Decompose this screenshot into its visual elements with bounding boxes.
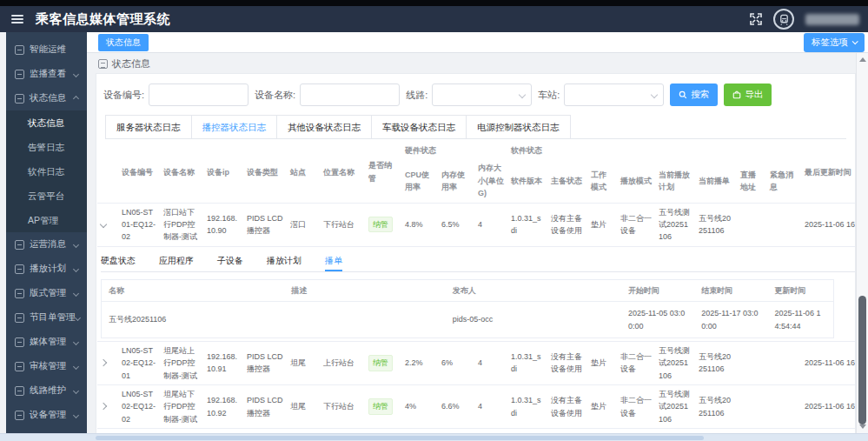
detail-tabs: 硬盘状态应用程序子设备播放计划播单 bbox=[101, 251, 856, 272]
plan-icon bbox=[15, 264, 24, 274]
tag-chip-status-info[interactable]: 状态信息 bbox=[98, 34, 149, 51]
detail-tab[interactable]: 子设备 bbox=[217, 251, 243, 271]
horizontal-scrollbar[interactable] bbox=[0, 433, 868, 441]
sidebar-item[interactable]: 线路维护 bbox=[6, 378, 87, 403]
sidebar-subitem[interactable]: 告警日志 bbox=[6, 135, 87, 159]
managed-badge: 纳管 bbox=[368, 398, 393, 414]
cell: 五号线测试20251106 bbox=[655, 203, 695, 246]
sidebar-subitem[interactable]: 软件日志 bbox=[6, 159, 87, 184]
vertical-scrollbar-thumb[interactable] bbox=[858, 296, 866, 424]
cell: 滘口站下行PDP控制器-测试 bbox=[160, 203, 203, 246]
search-button[interactable]: 搜索 bbox=[670, 84, 718, 106]
tag-bar: 状态信息 标签选项 bbox=[87, 32, 868, 53]
filter-field: 设备编号: bbox=[103, 84, 248, 106]
playlist-column-header: 名称 bbox=[102, 279, 285, 301]
avatar-train-icon[interactable] bbox=[773, 9, 794, 30]
filter-label: 设备名称: bbox=[255, 89, 295, 102]
sidebar-item[interactable]: 监播查看 bbox=[6, 62, 87, 86]
filter-select[interactable] bbox=[432, 84, 532, 106]
cell: 192.168.10.91 bbox=[203, 341, 243, 384]
cell: 没有主备设备使用 bbox=[547, 341, 587, 384]
tag-options-button[interactable]: 标签选项 bbox=[804, 33, 865, 52]
cell: 4 bbox=[474, 385, 507, 429]
cell: 纳管 bbox=[365, 203, 401, 246]
cell: PIDS LCD 播控器 bbox=[243, 341, 287, 384]
cell: 滘口 bbox=[287, 203, 320, 246]
expand-row-icon[interactable] bbox=[100, 403, 107, 410]
sidebar-item[interactable]: 媒体管理 bbox=[6, 330, 87, 354]
sidebar-subitem[interactable]: 云管平台 bbox=[6, 184, 87, 208]
chevron-down-icon bbox=[73, 363, 79, 369]
cell: LN05-ST02-EQ12-01 bbox=[118, 341, 160, 384]
filter-select[interactable] bbox=[564, 84, 664, 106]
filter-input[interactable] bbox=[149, 84, 248, 106]
managed-badge: 纳管 bbox=[368, 217, 393, 232]
cell: 五号线测试20251106 bbox=[655, 341, 695, 384]
sidebar-subitem[interactable]: AP管理 bbox=[6, 208, 87, 232]
username-redacted bbox=[805, 14, 859, 25]
playlist-cell: 2025-11-05 03:00:00 bbox=[621, 302, 694, 338]
device-table: 设备编号设备名称设备ip设备类型站点位置名称是否纳管硬件状态软件状态最后更新时间… bbox=[97, 142, 856, 441]
sidebar-item-label: 状态信息 bbox=[30, 92, 66, 104]
sidebar-submenu: 状态信息告警日志软件日志云管平台AP管理 bbox=[6, 110, 87, 232]
sidebar-item[interactable]: 设备管理 bbox=[6, 403, 87, 427]
column-group-header: 硬件状态 bbox=[401, 142, 507, 159]
status-log-tab[interactable]: 服务器状态日志 bbox=[105, 115, 192, 138]
detail-tab[interactable]: 播放计划 bbox=[267, 251, 301, 271]
sidebar-item-label: 智能运维 bbox=[30, 43, 66, 56]
cell: 坦尾站上行PDP控制器-测试 bbox=[160, 341, 203, 384]
column-header: 当前播单 bbox=[695, 159, 737, 203]
vertical-scrollbar[interactable] bbox=[856, 53, 868, 433]
sidebar-item-label: 媒体管理 bbox=[30, 336, 66, 348]
sidebar-item[interactable]: 状态信息 bbox=[6, 86, 87, 110]
cell: 192.168.10.90 bbox=[203, 203, 243, 246]
header-actions bbox=[750, 9, 859, 30]
cell: 1.0.31_sdi bbox=[507, 203, 547, 246]
sidebar-item[interactable]: 智能运维 bbox=[6, 37, 87, 62]
sidebar-item[interactable]: 节目单管理 bbox=[6, 305, 87, 330]
sidebar-item[interactable]: 审核管理 bbox=[6, 354, 87, 378]
status-log-tab[interactable]: 车载设备状态日志 bbox=[371, 115, 467, 138]
sidebar-item[interactable]: 运营消息 bbox=[6, 232, 87, 257]
sidebar-item[interactable]: 播放计划 bbox=[6, 257, 87, 281]
sidebar-item-label: 版式管理 bbox=[30, 287, 66, 299]
playlist-cell: pids-05-occ bbox=[446, 302, 621, 338]
export-button[interactable]: 导出 bbox=[724, 84, 772, 106]
status-card: 设备编号:设备名称:线路:车站:搜索导出 服务器状态日志播控器状态日志其他设备状… bbox=[96, 73, 856, 441]
cell: 2025-11-06 16: bbox=[801, 385, 856, 429]
sidebar-subitem[interactable]: 状态信息 bbox=[6, 110, 87, 135]
hamburger-menu-icon[interactable] bbox=[11, 15, 23, 23]
column-header: 设备ip bbox=[203, 142, 243, 203]
window-top-strip bbox=[0, 0, 868, 6]
column-header: 设备名称 bbox=[160, 142, 203, 203]
column-header: 工作模式 bbox=[587, 159, 617, 203]
status-log-tab[interactable]: 电源控制器状态日志 bbox=[466, 115, 571, 138]
scroll-down-icon[interactable] bbox=[859, 424, 866, 429]
scroll-up-icon[interactable] bbox=[859, 57, 866, 62]
column-header: 是否纳管 bbox=[365, 142, 401, 203]
column-group-header: 软件状态 bbox=[507, 142, 801, 159]
horizontal-scrollbar-thumb[interactable] bbox=[96, 436, 704, 440]
cell: 坦尾站下行PDP控制器-测试 bbox=[160, 385, 203, 429]
column-header: 设备类型 bbox=[243, 142, 287, 203]
search-icon bbox=[679, 90, 687, 99]
status-log-tab[interactable]: 播控器状态日志 bbox=[191, 115, 278, 138]
sidebar-item[interactable]: 版式管理 bbox=[6, 281, 87, 305]
filter-input[interactable] bbox=[300, 84, 400, 106]
column-header: 紧急消息 bbox=[766, 159, 801, 203]
app-title: 乘客信息媒体管理系统 bbox=[36, 11, 170, 28]
cell: 6.6% bbox=[438, 385, 474, 429]
detail-tab[interactable]: 应用程序 bbox=[159, 251, 194, 271]
fullscreen-icon[interactable] bbox=[750, 13, 762, 25]
expand-row-icon[interactable] bbox=[100, 359, 107, 366]
tag-options-label: 标签选项 bbox=[812, 37, 848, 49]
collapse-row-icon[interactable] bbox=[100, 221, 107, 228]
detail-tab[interactable]: 硬盘状态 bbox=[101, 251, 136, 271]
cell: LN05-ST02-EQ12-02 bbox=[118, 385, 160, 429]
row-detail-panel: 硬盘状态应用程序子设备播放计划播单名称描述发布人开始时间结束时间更新时间五号线2… bbox=[97, 246, 856, 341]
status-log-tab[interactable]: 其他设备状态日志 bbox=[276, 115, 372, 138]
media-icon bbox=[15, 337, 24, 347]
detail-tab[interactable]: 播单 bbox=[325, 251, 342, 271]
table-row: LN05-ST02-EQ12-02坦尾站下行PDP控制器-测试192.168.1… bbox=[97, 385, 856, 429]
cell: 五号线20251106 bbox=[695, 203, 737, 246]
